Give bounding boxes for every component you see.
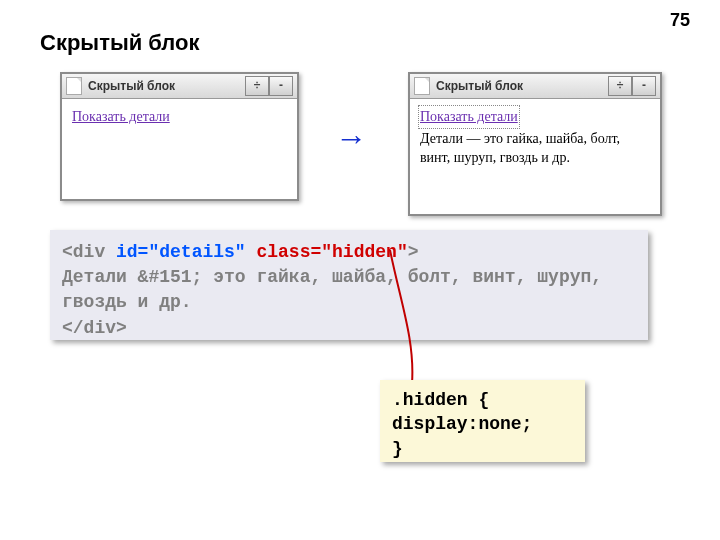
- show-details-link[interactable]: Показать детали: [72, 109, 170, 124]
- titlebar-buttons: ÷ -: [608, 76, 656, 96]
- window-title: Скрытый блок: [436, 79, 523, 93]
- css-line: }: [392, 437, 573, 461]
- html-code-box: <div id="details" class="hidden"> Детали…: [50, 230, 648, 340]
- code-class-attr: class="hidden": [256, 242, 407, 262]
- titlebar-button[interactable]: -: [632, 76, 656, 96]
- titlebar: Скрытый блок ÷ -: [62, 74, 297, 99]
- code-id-attr: id="details": [116, 242, 246, 262]
- titlebar-buttons: ÷ -: [245, 76, 293, 96]
- window-title: Скрытый блок: [88, 79, 175, 93]
- arrow-icon: →: [335, 120, 367, 157]
- page-number: 75: [670, 10, 690, 31]
- page-icon: [66, 77, 82, 95]
- titlebar: Скрытый блок ÷ -: [410, 74, 660, 99]
- titlebar-button[interactable]: ÷: [245, 76, 269, 96]
- code-close: </div>: [62, 318, 127, 338]
- browser-window-after: Скрытый блок ÷ - Показать детали Детали …: [408, 72, 662, 216]
- browser-body: Показать детали: [62, 99, 297, 135]
- css-code-box: .hidden { display:none; }: [380, 380, 585, 462]
- code-text: >: [408, 242, 419, 262]
- page-title: Скрытый блок: [40, 30, 200, 56]
- titlebar-button[interactable]: -: [269, 76, 293, 96]
- browser-window-before: Скрытый блок ÷ - Показать детали: [60, 72, 299, 201]
- css-line: display:none;: [392, 412, 573, 436]
- code-text: <div: [62, 242, 116, 262]
- titlebar-button[interactable]: ÷: [608, 76, 632, 96]
- show-details-link[interactable]: Показать детали: [420, 107, 518, 127]
- details-text: Детали — это гайка, шайба, болт, винт, ш…: [420, 129, 650, 168]
- page-icon: [414, 77, 430, 95]
- code-text: [246, 242, 257, 262]
- browser-body: Показать детали Детали — это гайка, шайб…: [410, 99, 660, 176]
- code-body: Детали &#151; это гайка, шайба, болт, ви…: [62, 267, 602, 312]
- css-line: .hidden {: [392, 388, 573, 412]
